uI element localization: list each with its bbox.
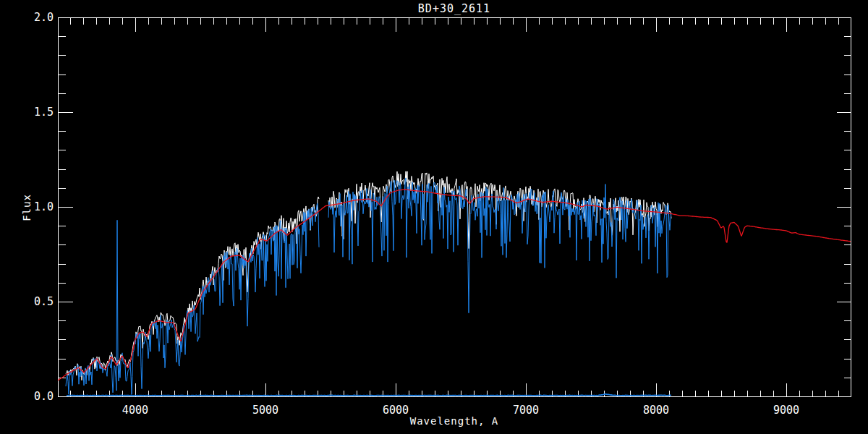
y-axis-label: Flux xyxy=(21,194,33,221)
x-axis-label: Wavelength, A xyxy=(58,415,851,427)
y-tick-label: 0.0 xyxy=(34,390,54,403)
y-tick-label: 1.5 xyxy=(34,106,54,119)
y-tick-label: 2.0 xyxy=(34,11,54,24)
plot-title: BD+30_2611 xyxy=(58,2,851,15)
spectrum-plot-canvas: 4000500060007000800090000.00.51.01.52.0 xyxy=(0,0,868,434)
y-tick-label: 1.0 xyxy=(34,200,54,213)
y-tick-label: 0.5 xyxy=(34,295,54,308)
series-error-blue xyxy=(67,394,671,396)
series-observed-blue xyxy=(66,178,671,394)
spectrum-plot-window: 4000500060007000800090000.00.51.01.52.0 … xyxy=(0,0,868,434)
